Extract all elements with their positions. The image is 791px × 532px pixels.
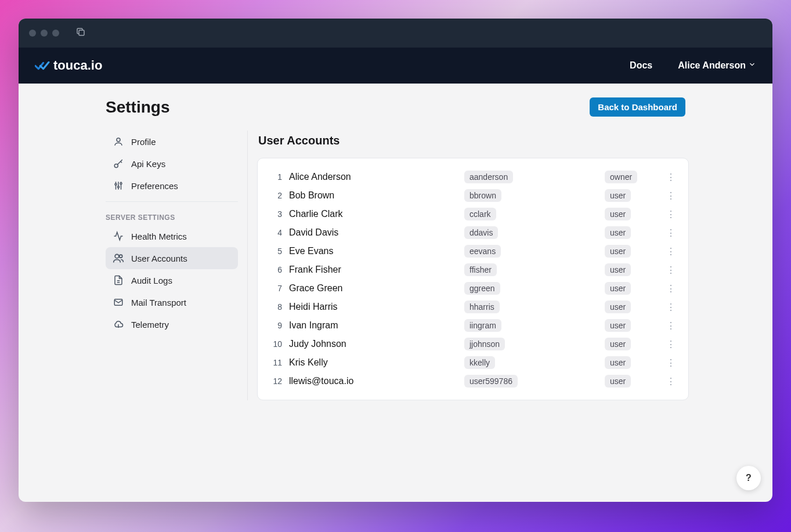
row-username-badge: bbrown bbox=[464, 189, 501, 202]
cloud-icon bbox=[113, 319, 124, 330]
sliders-icon bbox=[113, 180, 124, 191]
row-index: 6 bbox=[269, 265, 282, 274]
brand-logo-icon bbox=[35, 60, 50, 71]
main-panel: User Accounts 1Alice Andersonaandersonow… bbox=[247, 131, 689, 400]
user-menu[interactable]: Alice Anderson bbox=[678, 60, 756, 71]
table-row: 12llewis@touca.iouser599786user⋮ bbox=[269, 372, 677, 390]
row-fullname: Bob Brown bbox=[289, 190, 457, 201]
table-row: 11Kris Kellykkellyuser⋮ bbox=[269, 353, 677, 372]
row-fullname: Judy Johnson bbox=[289, 339, 457, 349]
svg-point-8 bbox=[120, 183, 122, 184]
row-more-button[interactable]: ⋮ bbox=[665, 320, 677, 331]
row-role-badge: user bbox=[605, 226, 631, 239]
row-role-badge: user bbox=[605, 189, 631, 202]
content-area: Settings Back to Dashboard Profile Api K… bbox=[19, 84, 772, 502]
row-index: 11 bbox=[269, 358, 282, 367]
activity-icon bbox=[113, 230, 124, 242]
app-header: touca.io Docs Alice Anderson bbox=[19, 48, 772, 84]
mail-icon bbox=[113, 296, 124, 308]
row-username-badge: jjohnson bbox=[464, 338, 505, 350]
row-more-button[interactable]: ⋮ bbox=[665, 190, 677, 201]
user-icon bbox=[113, 136, 124, 147]
table-row: 10Judy Johnsonjjohnsonuser⋮ bbox=[269, 335, 677, 353]
row-more-button[interactable]: ⋮ bbox=[665, 265, 677, 276]
row-index: 4 bbox=[269, 228, 282, 237]
sidebar-item-label: User Accounts bbox=[131, 254, 187, 263]
row-index: 3 bbox=[269, 209, 282, 219]
sidebar-item-label: Health Metrics bbox=[131, 231, 187, 241]
window-minimize-button[interactable] bbox=[41, 30, 48, 37]
row-more-button[interactable]: ⋮ bbox=[665, 283, 677, 294]
row-role-badge: user bbox=[605, 245, 631, 258]
user-name-label: Alice Anderson bbox=[678, 60, 746, 71]
svg-rect-0 bbox=[79, 30, 84, 35]
row-username-badge: ggreen bbox=[464, 282, 500, 295]
row-more-button[interactable]: ⋮ bbox=[665, 339, 677, 350]
sidebar-item-telemetry[interactable]: Telemetry bbox=[106, 313, 238, 335]
sidebar-item-mail-transport[interactable]: Mail Transport bbox=[106, 291, 238, 313]
row-username-badge: kkelly bbox=[464, 356, 495, 369]
row-username-badge: eevans bbox=[464, 245, 501, 258]
svg-point-4 bbox=[115, 183, 117, 185]
table-row: 2Bob Brownbbrownuser⋮ bbox=[269, 186, 677, 205]
row-role-badge: user bbox=[605, 301, 631, 313]
row-more-button[interactable]: ⋮ bbox=[665, 172, 677, 183]
help-button[interactable]: ? bbox=[736, 466, 761, 490]
row-index: 10 bbox=[269, 339, 282, 349]
window-copy-icon[interactable] bbox=[75, 27, 86, 39]
row-username-badge: ffisher bbox=[464, 263, 497, 276]
row-more-button[interactable]: ⋮ bbox=[665, 246, 677, 257]
row-role-badge: user bbox=[605, 282, 631, 295]
help-icon: ? bbox=[746, 473, 752, 483]
row-fullname: Grace Green bbox=[289, 283, 457, 294]
row-fullname: Alice Anderson bbox=[289, 172, 457, 182]
row-more-button[interactable]: ⋮ bbox=[665, 357, 677, 368]
file-icon bbox=[113, 274, 124, 286]
row-role-badge: user bbox=[605, 263, 631, 276]
row-fullname: Ivan Ingram bbox=[289, 320, 457, 331]
sidebar-item-audit-logs[interactable]: Audit Logs bbox=[106, 269, 238, 291]
row-index: 1 bbox=[269, 172, 282, 182]
sidebar-item-user-accounts[interactable]: User Accounts bbox=[106, 247, 238, 269]
table-row: 6Frank Fisherffisheruser⋮ bbox=[269, 260, 677, 279]
sidebar-item-health-metrics[interactable]: Health Metrics bbox=[106, 225, 238, 247]
row-fullname: Kris Kelly bbox=[289, 357, 457, 368]
docs-link[interactable]: Docs bbox=[630, 60, 652, 71]
row-username-badge: aanderson bbox=[464, 171, 513, 183]
row-fullname: Charlie Clark bbox=[289, 209, 457, 219]
section-title: User Accounts bbox=[258, 134, 689, 147]
sidebar-item-profile[interactable]: Profile bbox=[106, 131, 238, 153]
sidebar-item-label: Mail Transport bbox=[131, 298, 186, 307]
row-username-badge: cclark bbox=[464, 208, 496, 220]
row-role-badge: user bbox=[605, 319, 631, 332]
row-index: 9 bbox=[269, 321, 282, 330]
row-more-button[interactable]: ⋮ bbox=[665, 302, 677, 313]
sidebar-item-label: Preferences bbox=[131, 181, 178, 191]
svg-point-1 bbox=[117, 138, 120, 142]
row-role-badge: owner bbox=[605, 171, 637, 183]
sidebar-item-preferences[interactable]: Preferences bbox=[106, 175, 238, 197]
row-more-button[interactable]: ⋮ bbox=[665, 227, 677, 238]
sidebar-divider bbox=[106, 201, 238, 202]
window-maximize-button[interactable] bbox=[52, 30, 59, 37]
sidebar-item-label: Api Keys bbox=[131, 159, 165, 169]
row-username-badge: ddavis bbox=[464, 226, 498, 239]
row-more-button[interactable]: ⋮ bbox=[665, 376, 677, 387]
back-to-dashboard-button[interactable]: Back to Dashboard bbox=[590, 97, 685, 117]
row-index: 2 bbox=[269, 191, 282, 200]
svg-point-10 bbox=[120, 255, 122, 258]
row-fullname: Frank Fisher bbox=[289, 265, 457, 275]
row-fullname: llewis@touca.io bbox=[289, 376, 457, 386]
row-username-badge: hharris bbox=[464, 301, 500, 313]
sidebar-item-api-keys[interactable]: Api Keys bbox=[106, 153, 238, 175]
table-row: 4David Davisddavisuser⋮ bbox=[269, 223, 677, 242]
users-icon bbox=[113, 252, 124, 264]
key-icon bbox=[113, 158, 124, 169]
window-close-button[interactable] bbox=[29, 30, 36, 37]
row-more-button[interactable]: ⋮ bbox=[665, 209, 677, 220]
table-row: 3Charlie Clarkcclarkuser⋮ bbox=[269, 205, 677, 223]
accounts-card: 1Alice Andersonaandersonowner⋮2Bob Brown… bbox=[257, 158, 689, 400]
window-titlebar bbox=[19, 19, 772, 48]
brand-logo[interactable]: touca.io bbox=[35, 58, 102, 73]
svg-point-2 bbox=[114, 164, 118, 168]
